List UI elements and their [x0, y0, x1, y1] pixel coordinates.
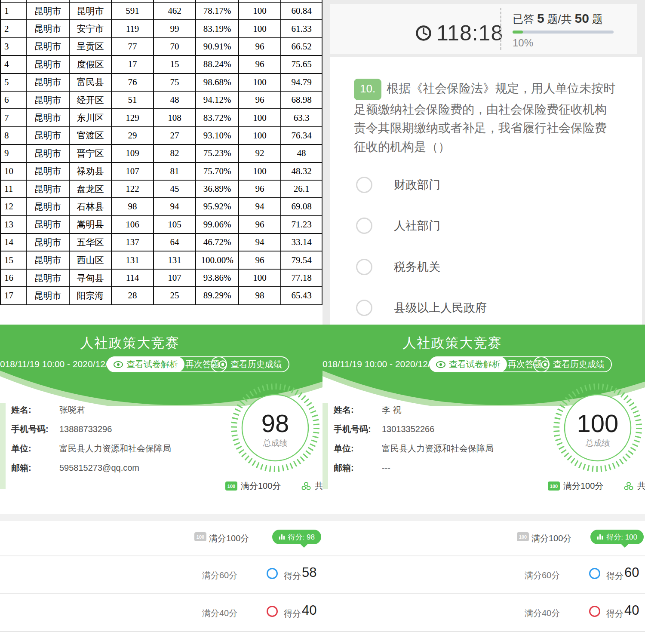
option-row[interactable]: 县级以上人民政府 — [356, 300, 487, 316]
result-panel-left: 人社政策大竞赛018/11/19 10:00 - 2020/12/24 23:0… — [0, 325, 322, 644]
earned-score-label: 得分 — [284, 608, 301, 619]
score-circle: 98总成绩 — [228, 380, 322, 475]
banner-title: 人社政策大竞赛 — [0, 334, 260, 352]
table-cell-score: 65.43 — [281, 287, 322, 304]
table-cell-idx: 14 — [0, 233, 26, 251]
table-cell-v3: 92 — [239, 144, 281, 162]
question-count-label: 共50 — [315, 480, 322, 492]
view-history-button[interactable]: 查看历史成绩 — [211, 356, 289, 372]
option-row[interactable]: 人社部门 — [356, 218, 440, 234]
table-cell-v1: 131 — [111, 251, 154, 269]
earned-score-label: 得分 — [284, 570, 301, 582]
table-cell-v2: 81 — [154, 163, 196, 180]
table-cell-city: 昆明市 — [26, 2, 69, 20]
table-cell-idx: 8 — [0, 127, 26, 144]
user-field-row: 邮箱:595815273@qq.com — [11, 462, 139, 474]
user-field-row: 手机号码:13013352266 — [334, 423, 434, 435]
table-cell-v1: 29 — [111, 127, 154, 144]
table-cell-score: 71.23 — [281, 216, 322, 233]
table-cell-pct: 94.12% — [196, 91, 239, 109]
table-cell-v2: 107 — [154, 269, 196, 287]
user-field-row: 单位:富民县人力资源和社会保障局 — [11, 443, 171, 454]
history-clock-icon — [218, 360, 227, 369]
table-cell-v1: 28 — [111, 287, 154, 304]
table-cell-district: 嵩明县 — [69, 216, 111, 233]
table-cell-score: 61.33 — [281, 20, 322, 37]
table-cell-pct: 89.29% — [196, 287, 239, 304]
table-cell-pct: 90.91% — [196, 38, 239, 55]
table-cell-v3: 96 — [239, 216, 281, 233]
score-100-icon: 100 — [548, 481, 560, 491]
question-text: 根据《社会保险法》规定，用人单位未按时足额缴纳社会保险费的，由社会保险费征收机构… — [354, 82, 615, 153]
earned-score-pill: 得分: 100 — [590, 530, 644, 544]
user-field-value: 张晓君 — [59, 405, 85, 414]
table-cell-city: 昆明市 — [26, 20, 69, 37]
table-cell-v3: 96 — [239, 55, 281, 73]
table-cell-v1: 591 — [111, 2, 154, 20]
table-row: 14昆明市五华区1376446.72%9433.14 — [0, 233, 322, 251]
table-cell-score: 76.34 — [281, 127, 322, 144]
quiz-header-card: 118:18 已答 5 题/共 50 题 10% — [330, 4, 637, 54]
progress-bar-fill — [513, 31, 523, 34]
radio-circle-icon[interactable] — [356, 300, 372, 316]
table-cell-score: 94.79 — [281, 74, 322, 91]
max-score-label: 满分100分 — [209, 533, 249, 544]
table-cell-pct: 78.17% — [196, 2, 239, 20]
table-cell-v3: 100 — [239, 74, 281, 91]
full-score-label: 满分100分 — [241, 480, 281, 492]
table-cell-idx: 10 — [0, 163, 26, 180]
result-panel-right: 人社政策大竞赛018/11/19 10:00 - 2020/12/24 23:0… — [322, 325, 645, 644]
table-cell-city: 昆明市 — [26, 74, 69, 91]
table-cell-v2: 99 — [154, 20, 196, 37]
radio-circle-icon[interactable] — [356, 259, 372, 275]
user-field-value: 13888733296 — [59, 424, 112, 434]
table-cell-idx: 12 — [0, 198, 26, 215]
table-cell-idx: 15 — [0, 251, 26, 269]
radio-circle-icon[interactable] — [356, 218, 372, 234]
user-field-value: 595815273@qq.com — [59, 463, 139, 472]
option-label: 财政部门 — [394, 177, 440, 193]
table-cell-district: 石林县 — [69, 198, 111, 215]
view-history-label: 查看历史成绩 — [230, 359, 282, 370]
table-cell-idx: 11 — [0, 180, 26, 198]
table-cell-v1: 129 — [111, 109, 154, 126]
user-field-row: 单位:富民县人力资源和社会保障局 — [334, 443, 494, 454]
table-cell-district: 昆明市 — [69, 2, 111, 20]
radio-circle-icon[interactable] — [356, 177, 372, 193]
quiz-quadrant: 118:18 已答 5 题/共 50 题 10% 10.根据《社会保险法》规定，… — [322, 0, 645, 325]
table-cell-v3: 96 — [239, 180, 281, 198]
table-cell-district: 东川区 — [69, 109, 111, 126]
history-clock-icon — [541, 360, 550, 369]
table-cell-city: 昆明市 — [26, 91, 69, 109]
table-cell-v3: 100 — [239, 269, 281, 287]
full-score-footer: 100满分100分 — [548, 480, 603, 492]
earned-score-pill-text: 得分: 100 — [606, 532, 637, 542]
table-cell-v3: 100 — [239, 127, 281, 144]
table-row: 9昆明市晋宁区1098275.23%9248 — [0, 144, 322, 162]
table-cell-pct: 95.92% — [196, 198, 239, 215]
table-cell-pct: 99.06% — [196, 216, 239, 233]
option-row[interactable]: 财政部门 — [356, 177, 440, 193]
table-cell-v2: 15 — [154, 55, 196, 73]
table-cell-pct: 93.10% — [196, 127, 239, 144]
table-cell-v3: 96 — [239, 251, 281, 269]
view-history-button[interactable]: 查看历史成绩 — [533, 356, 612, 372]
table-row: 10昆明市禄劝县1078175.70%10048.32 — [0, 163, 322, 180]
table-cell-score: 69.08 — [281, 198, 322, 215]
score-100-gray-icon: 100 — [194, 532, 206, 541]
side-stripe-decoration — [0, 403, 6, 489]
table-cell-idx: 4 — [0, 55, 26, 73]
table-cell-score: 66.52 — [281, 38, 322, 55]
option-label: 人社部门 — [394, 218, 440, 233]
redo-icon — [173, 360, 182, 369]
score-row: 满分40分得分40 — [322, 593, 645, 631]
bottom-divider — [322, 631, 645, 632]
user-field-label: 单位: — [11, 443, 59, 454]
full-score-footer: 100满分100分 — [225, 480, 281, 492]
table-cell-city: 昆明市 — [26, 163, 69, 180]
option-row[interactable]: 税务机关 — [356, 259, 440, 275]
question-card: 10.根据《社会保险法》规定，用人单位未按时足额缴纳社会保险费的，由社会保险费征… — [330, 57, 642, 325]
eye-icon — [436, 361, 446, 368]
table-cell-district: 禄劝县 — [69, 163, 111, 180]
side-stripe-decoration — [322, 403, 328, 489]
